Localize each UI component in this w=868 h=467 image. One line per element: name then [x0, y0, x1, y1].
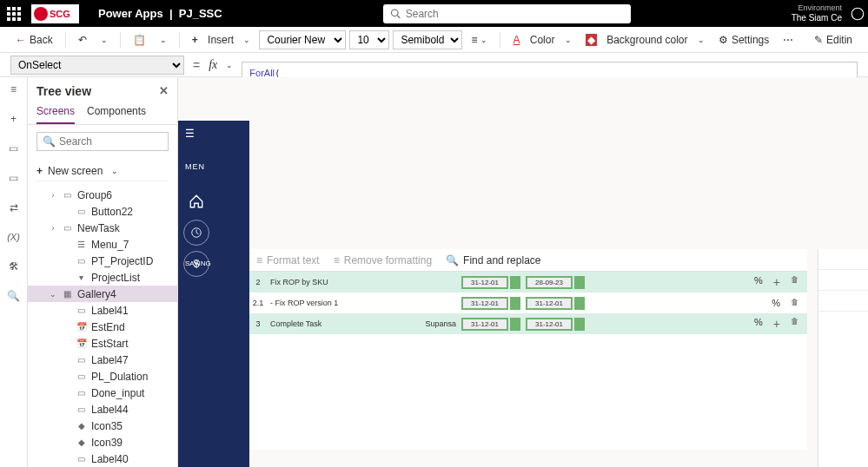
dropdown-icon: ▾ [76, 272, 87, 283]
paste-dropdown[interactable]: ⌄ [155, 33, 172, 47]
date-end[interactable]: 28-09-23 [526, 276, 573, 289]
editing-mode-button[interactable]: ✎ Editin [809, 31, 858, 49]
saving-label: SAVING [185, 260, 211, 267]
property-select[interactable]: OnSelect [10, 56, 184, 75]
align-button[interactable]: ≡ ⌄ [466, 31, 493, 49]
global-search[interactable] [383, 4, 631, 23]
tree-node[interactable]: ◆Icon39 [28, 434, 177, 451]
tree-node[interactable]: ◆Icon35 [28, 418, 177, 434]
search-input[interactable] [406, 8, 624, 20]
tree-node[interactable]: ⌄▦Gallery4 [28, 286, 177, 302]
add-row-button[interactable]: + [773, 275, 780, 289]
tree-node-label: Menu_7 [91, 239, 129, 251]
tree-node[interactable]: ▾ProjectList [28, 269, 177, 286]
task-row[interactable]: 3Complete TaskSupansa31-12-0131-12-01%+🗑 [249, 313, 807, 334]
properties-pane [818, 249, 868, 467]
flows-icon[interactable]: ⇄ [7, 201, 21, 214]
tree-node[interactable]: ☰Menu_7 [28, 236, 177, 253]
tree-node[interactable]: ▭Button22 [28, 203, 177, 220]
tree-node[interactable]: ▭PL_Dulation [28, 368, 177, 385]
tree-node-label: EstEnd [91, 321, 125, 333]
row-number: 2.1 [249, 299, 267, 307]
chevron-icon: › [49, 191, 57, 200]
tree-node[interactable]: 📅EstEnd [28, 319, 177, 335]
calendar-icon[interactable] [510, 318, 520, 331]
calendar-icon[interactable] [574, 297, 585, 310]
media-pane-icon[interactable]: ▭ [7, 171, 21, 185]
tree-node-label: Label44 [91, 404, 129, 416]
calendar-icon[interactable] [510, 297, 520, 310]
search-pane-icon[interactable]: 🔍 [7, 289, 21, 303]
settings-button[interactable]: ⚙ Settings [713, 31, 774, 49]
tree-search-input[interactable] [59, 135, 162, 148]
group-icon: ▭ [62, 222, 73, 234]
tree-node[interactable]: ▭PT_ProjectID [28, 253, 177, 269]
paste-button[interactable]: 📋 [128, 31, 151, 49]
app-side-nav: ☰ MEN $ SAVING [178, 121, 249, 467]
add-row-button[interactable]: + [773, 317, 780, 331]
label-icon: ▭ [76, 354, 87, 365]
svg-point-0 [391, 10, 398, 16]
task-row[interactable]: 2Fix ROP by SKU31-12-0128-09-23%+🗑 [249, 272, 807, 293]
date-start[interactable]: 31-12-01 [461, 276, 508, 289]
hamburger-icon[interactable]: ☰ [185, 128, 195, 140]
environment-picker[interactable]: Environment The Siam Ce [792, 4, 847, 23]
undo-button[interactable]: ↶ [73, 31, 92, 49]
gallery-icon: ▦ [62, 288, 73, 299]
date-end[interactable]: 31-12-01 [526, 318, 573, 331]
formula-toolbar: ≡ Format text ≡ Remove formatting 🔍 Find… [249, 249, 807, 272]
date-icon: 📅 [76, 338, 87, 349]
date-start[interactable]: 31-12-01 [461, 318, 508, 331]
nav-clock-button[interactable] [183, 220, 209, 246]
task-row[interactable]: 2.1- Fix ROP version 131-12-0131-12-01%🗑 [249, 293, 807, 313]
insert-pane-icon[interactable]: + [7, 112, 21, 126]
tree-search[interactable]: 🔍 [36, 132, 169, 151]
calendar-icon[interactable] [510, 276, 520, 289]
tree-node[interactable]: ›▭NewTask [28, 220, 177, 236]
tree-node[interactable]: ▭Label40 [28, 451, 177, 467]
tree-node[interactable]: ▭Label44 [28, 401, 177, 418]
date-start[interactable]: 31-12-01 [461, 297, 508, 310]
variables-icon[interactable]: (X) [7, 230, 21, 244]
calendar-icon[interactable] [574, 318, 585, 331]
font-color-button[interactable]: A Color ⌄ [507, 31, 576, 49]
label-icon: ▭ [76, 404, 87, 415]
delete-row-button[interactable]: 🗑 [791, 298, 798, 308]
font-family-select[interactable]: Courier New [259, 30, 346, 49]
tree-node[interactable]: ▭Done_input [28, 385, 177, 401]
nav-home-button[interactable] [183, 188, 209, 214]
tree-node[interactable]: 📅EstStart [28, 335, 177, 352]
font-size-select[interactable]: 10 [349, 30, 389, 49]
row-owner: Supansa [409, 319, 461, 328]
tab-screens[interactable]: Screens [36, 102, 75, 124]
bg-color-button[interactable]: ◆ Background color ⌄ [580, 31, 710, 49]
tree-node[interactable]: ▭Label41 [28, 302, 177, 319]
undo-dropdown[interactable]: ⌄ [96, 33, 113, 47]
close-panel-button[interactable]: ✕ [159, 84, 169, 98]
property-bar: OnSelect = fx⌄ ForAll( Gallery4.AllItems… [0, 53, 868, 77]
calendar-icon[interactable] [574, 276, 585, 289]
tree-node-label: ProjectList [91, 272, 140, 284]
date-end[interactable]: 31-12-01 [526, 297, 573, 310]
back-button[interactable]: ←Back [10, 31, 58, 49]
tree-node[interactable]: ›▭Group6 [28, 187, 177, 203]
remove-formatting-button[interactable]: ≡ Remove formatting [334, 254, 432, 266]
data-pane-icon[interactable]: ▭ [7, 141, 21, 155]
tree-node-label: EstStart [91, 338, 129, 350]
tree-node-label: Icon39 [91, 437, 123, 449]
new-screen-button[interactable]: +New screen⌄ [36, 161, 169, 181]
font-weight-select[interactable]: Semibold [393, 30, 462, 49]
overflow-button[interactable]: ⋯ [778, 31, 798, 49]
delete-row-button[interactable]: 🗑 [791, 317, 798, 331]
find-replace-button[interactable]: 🔍 Find and replace [446, 254, 540, 266]
tree-view-icon[interactable]: ≡ [7, 82, 21, 96]
waffle-icon[interactable] [0, 0, 28, 27]
delete-row-button[interactable]: 🗑 [791, 275, 798, 289]
format-text-button[interactable]: ≡ Format text [256, 254, 320, 266]
tree-node[interactable]: ▭Label47 [28, 352, 177, 368]
menu-icon: ☰ [76, 239, 87, 250]
advanced-tools-icon[interactable]: 🛠 [7, 260, 21, 273]
chevron-icon: ⌄ [49, 290, 57, 299]
tab-components[interactable]: Components [87, 102, 146, 124]
insert-button[interactable]: + Insert ⌄ [187, 31, 256, 49]
